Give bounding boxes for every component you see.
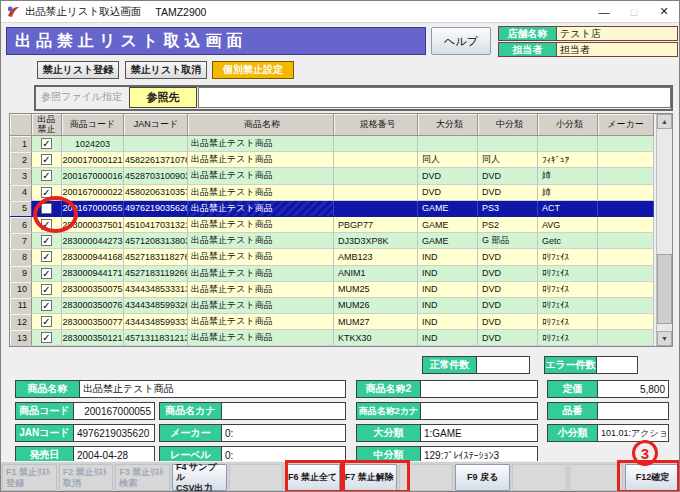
fn-slot-f9: F9 戻る (454, 462, 511, 492)
file-path-input[interactable] (198, 87, 671, 108)
cell-maker (598, 282, 654, 298)
tab-prohibit-list-register[interactable]: 禁止リスト登録 (37, 61, 119, 79)
cell-no: 10 (10, 282, 32, 298)
column-header: メーカー (598, 114, 654, 136)
product-name2-field[interactable] (421, 381, 537, 397)
fn-slot-f3: F3 禁止ﾘｽﾄ検索 (114, 462, 171, 492)
fn-slot-f12: F12確定 (624, 462, 680, 492)
fn-slot-f1: F1 禁止ﾘｽﾄ登録 (1, 462, 58, 492)
cell-maker (598, 168, 654, 184)
fn-button-f9[interactable]: F9 戻る (455, 464, 510, 491)
tab-individual-prohibit-setting[interactable]: 個別禁止設定 (212, 61, 294, 79)
fn-button-f4[interactable]: F4 サンプルCSV出力 (172, 464, 227, 491)
tab-prohibit-list-cancel[interactable]: 禁止リスト取消 (125, 61, 207, 79)
cell-name: 出品禁止テスト商品 (188, 233, 334, 249)
table-row[interactable]: 12✓2830003500774344348599333出品禁止テスト商品MUM… (10, 314, 656, 330)
table-row[interactable]: 10✓2830003500754344348533313出品禁止テスト商品MUM… (10, 282, 656, 298)
cell-maker (598, 314, 654, 330)
cell-no: 12 (10, 314, 32, 330)
part-number-label: 品番 (548, 403, 598, 419)
cell-name: 出品禁止テスト商品 (188, 136, 334, 152)
row-prohibit-checkbox[interactable]: ✓ (41, 316, 52, 327)
table-row[interactable]: 2✓2000170001214582261371076出品禁止テスト商品同人同人… (10, 152, 656, 168)
help-button[interactable]: ヘルプ (431, 27, 491, 55)
cell-dai: IND (418, 249, 478, 265)
table-row[interactable]: 1✓1024203出品禁止テスト商品 (10, 136, 656, 152)
row-prohibit-checkbox[interactable]: ✓ (41, 235, 52, 246)
fn-slot-f5 (228, 462, 285, 492)
cell-chu: G 部品 (478, 233, 538, 249)
browse-button[interactable]: 参照先 (129, 87, 197, 108)
cell-chu: DVD (478, 168, 538, 184)
product-code-label: 商品コード (16, 403, 74, 419)
table-row[interactable]: 13✓2830003501214571311831213出品禁止テスト商品KTK… (10, 330, 656, 346)
product-name-field[interactable]: 出品禁止テスト商品 (80, 381, 345, 397)
minimize-button[interactable]: — (589, 1, 619, 22)
row-prohibit-checkbox[interactable]: ✓ (41, 138, 52, 149)
store-name-label: 店舗名称 (499, 27, 557, 40)
table-row[interactable]: 11✓2830003500764344348599326出品禁止テスト商品MUM… (10, 298, 656, 314)
scrollbar-thumb[interactable] (657, 254, 672, 324)
major-category-label: 大分類 (357, 425, 421, 441)
fn-button-f7[interactable]: F7 禁止解除 (342, 464, 397, 491)
cell-dai: IND (418, 298, 478, 314)
app-window: 出品禁止リスト取込画面 TAMZ2900 — □ ✕ 出品禁止リスト取込画面 ヘ… (0, 0, 680, 492)
scroll-up-arrow-icon[interactable]: ▲ (657, 114, 672, 129)
cell-maker (598, 185, 654, 201)
cell-jan: 4976219035620 (124, 201, 188, 217)
column-header: 規格番号 (334, 114, 418, 136)
table-row[interactable]: 6✓2830000375014510417031321出品禁止テスト商品PBGP… (10, 217, 656, 233)
close-button[interactable]: ✕ (649, 1, 679, 22)
cell-name: 出品禁止テスト商品 (188, 314, 334, 330)
row-prohibit-checkbox[interactable]: ✓ (41, 300, 52, 311)
cell-kikaku: DJ3D3XP8K (334, 233, 418, 249)
screen-title-banner: 出品禁止リスト取込画面 (6, 27, 426, 55)
row-prohibit-checkbox[interactable]: ✓ (41, 170, 52, 181)
cell-jan: 4344348599326 (124, 298, 188, 314)
maker-field[interactable]: 0: (222, 425, 345, 441)
checkbox-cell: ✓ (32, 266, 62, 282)
row-prohibit-checkbox[interactable]: ✓ (41, 154, 52, 165)
table-scrollbar[interactable]: ▲ ▼ (656, 114, 672, 346)
major-category-field[interactable]: 1:GAME (421, 425, 537, 441)
cell-no: 3 (10, 168, 32, 184)
table-row[interactable]: 4✓2001670000224580206310357出品禁止テスト商品DVDD… (10, 185, 656, 201)
cell-maker (598, 298, 654, 314)
table-row[interactable]: 8✓2830009441684527183118276出品禁止テスト商品AMB1… (10, 249, 656, 265)
cell-dai: DVD (418, 168, 478, 184)
normal-count-field (477, 357, 529, 373)
row-prohibit-checkbox[interactable]: ✓ (41, 251, 52, 262)
cell-code: 283000350077 (62, 314, 124, 330)
column-header: 出品 禁止 (32, 114, 62, 136)
product-kana-field[interactable] (222, 403, 345, 419)
table-row[interactable]: 52001670000554976219035620出品禁止テスト商品GAMEP… (10, 201, 656, 217)
table-row[interactable]: 9✓2830009441714527183119269出品禁止テスト商品ANIM… (10, 266, 656, 282)
part-number-field[interactable] (598, 403, 668, 419)
staff-label: 担当者 (499, 43, 557, 56)
fn-button-f12[interactable]: F12確定 (625, 464, 680, 491)
checkbox-cell: ✓ (32, 282, 62, 298)
minor-category-field[interactable]: 101.01:アクション (598, 425, 668, 441)
jan-code-field[interactable]: 4976219035620 (74, 425, 154, 441)
product-code-field[interactable]: 200167000055 (74, 403, 154, 419)
cell-name: 出品禁止テスト商品 (188, 217, 334, 233)
table-header-row: 出品 禁止商品コードJANコード商品名称規格番号大分類中分類小分類メーカー (10, 114, 656, 136)
row-prohibit-checkbox[interactable] (41, 203, 52, 214)
row-prohibit-checkbox[interactable]: ✓ (41, 187, 52, 198)
maximize-button: □ (619, 1, 649, 22)
row-prohibit-checkbox[interactable]: ✓ (41, 284, 52, 295)
product-name2-kana-field[interactable] (421, 403, 537, 419)
price-field[interactable]: 5,800 (598, 381, 668, 397)
cell-dai: IND (418, 282, 478, 298)
scroll-down-arrow-icon[interactable]: ▼ (657, 331, 672, 346)
fn-slot-f4: F4 サンプルCSV出力 (171, 462, 228, 492)
row-prohibit-checkbox[interactable]: ✓ (41, 268, 52, 279)
fn-button-f6[interactable]: F6 禁止全て (285, 464, 340, 491)
table-row[interactable]: 3✓2001670000164528703100903出品禁止テスト商品DVDD… (10, 168, 656, 184)
table-row[interactable]: 7✓2830000442734571208313803出品禁止テスト商品DJ3D… (10, 233, 656, 249)
cell-dai: IND (418, 314, 478, 330)
row-prohibit-checkbox[interactable]: ✓ (41, 332, 52, 343)
cell-chu (478, 136, 538, 152)
row-prohibit-checkbox[interactable]: ✓ (41, 219, 52, 230)
cell-dai: IND (418, 266, 478, 282)
